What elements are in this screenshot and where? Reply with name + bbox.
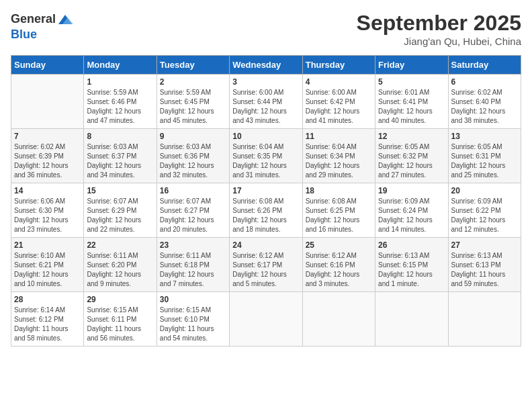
calendar-cell: 20Sunrise: 6:09 AM Sunset: 6:22 PM Dayli… [448,183,521,238]
day-info: Sunrise: 6:15 AM Sunset: 6:10 PM Dayligh… [160,306,226,343]
calendar-cell [302,292,375,347]
day-info: Sunrise: 6:09 AM Sunset: 6:24 PM Dayligh… [378,197,445,234]
day-info: Sunrise: 6:00 AM Sunset: 6:44 PM Dayligh… [232,88,299,126]
day-info: Sunrise: 6:07 AM Sunset: 6:29 PM Dayligh… [87,197,153,234]
day-number: 19 [378,186,445,195]
calendar-cell: 13Sunrise: 6:05 AM Sunset: 6:31 PM Dayli… [448,129,521,183]
day-number: 5 [378,77,445,87]
calendar-cell [375,292,448,347]
calendar-cell: 29Sunrise: 6:15 AM Sunset: 6:11 PM Dayli… [84,292,157,347]
day-info: Sunrise: 6:04 AM Sunset: 6:35 PM Dayligh… [232,142,299,180]
weekday-header-saturday: Saturday [448,56,521,75]
day-info: Sunrise: 6:04 AM Sunset: 6:34 PM Dayligh… [306,142,372,180]
day-number: 12 [378,132,445,141]
day-info: Sunrise: 6:07 AM Sunset: 6:27 PM Dayligh… [160,197,226,234]
day-info: Sunrise: 6:01 AM Sunset: 6:41 PM Dayligh… [378,88,445,126]
day-info: Sunrise: 6:09 AM Sunset: 6:22 PM Dayligh… [451,197,518,234]
day-number: 9 [160,132,226,141]
calendar-week-row: 21Sunrise: 6:10 AM Sunset: 6:21 PM Dayli… [11,238,521,292]
day-number: 11 [306,132,372,141]
calendar-cell: 25Sunrise: 6:12 AM Sunset: 6:16 PM Dayli… [302,238,375,292]
weekday-header-wednesday: Wednesday [230,56,302,75]
calendar-week-row: 28Sunrise: 6:14 AM Sunset: 6:12 PM Dayli… [11,292,521,347]
calendar-cell: 5Sunrise: 6:01 AM Sunset: 6:41 PM Daylig… [375,75,448,129]
logo-general: General [11,13,56,26]
calendar-week-row: 7Sunrise: 6:02 AM Sunset: 6:39 PM Daylig… [11,129,521,183]
day-info: Sunrise: 6:06 AM Sunset: 6:30 PM Dayligh… [14,197,81,234]
calendar-cell: 23Sunrise: 6:11 AM Sunset: 6:18 PM Dayli… [157,238,229,292]
calendar-cell: 7Sunrise: 6:02 AM Sunset: 6:39 PM Daylig… [11,129,84,183]
weekday-header-sunday: Sunday [11,56,84,75]
calendar-cell: 9Sunrise: 6:03 AM Sunset: 6:36 PM Daylig… [157,129,229,183]
day-number: 28 [14,295,81,304]
day-number: 16 [160,186,226,195]
logo: General Blue [11,11,73,42]
calendar-cell: 12Sunrise: 6:05 AM Sunset: 6:32 PM Dayli… [375,129,448,183]
weekday-header-friday: Friday [375,56,448,75]
day-info: Sunrise: 5:59 AM Sunset: 6:45 PM Dayligh… [160,88,226,126]
day-number: 27 [451,240,518,250]
day-number: 21 [14,240,81,250]
calendar-cell: 27Sunrise: 6:13 AM Sunset: 6:13 PM Dayli… [448,238,521,292]
day-number: 13 [451,132,518,141]
day-number: 22 [87,240,153,250]
day-info: Sunrise: 6:02 AM Sunset: 6:39 PM Dayligh… [14,142,81,180]
day-info: Sunrise: 6:14 AM Sunset: 6:12 PM Dayligh… [14,306,81,343]
day-info: Sunrise: 6:11 AM Sunset: 6:18 PM Dayligh… [160,251,226,289]
calendar-cell [230,292,302,347]
day-info: Sunrise: 6:13 AM Sunset: 6:15 PM Dayligh… [378,251,445,289]
day-number: 2 [160,77,226,87]
day-info: Sunrise: 6:03 AM Sunset: 6:36 PM Dayligh… [160,142,226,180]
day-number: 23 [160,240,226,250]
calendar-cell: 28Sunrise: 6:14 AM Sunset: 6:12 PM Dayli… [11,292,84,347]
day-number: 3 [232,77,299,87]
calendar-cell: 11Sunrise: 6:04 AM Sunset: 6:34 PM Dayli… [302,129,375,183]
calendar-cell: 8Sunrise: 6:03 AM Sunset: 6:37 PM Daylig… [84,129,157,183]
calendar-cell: 10Sunrise: 6:04 AM Sunset: 6:35 PM Dayli… [230,129,302,183]
day-number: 15 [87,186,153,195]
logo-text: General Blue [11,11,73,42]
day-info: Sunrise: 6:11 AM Sunset: 6:20 PM Dayligh… [87,251,153,289]
day-info: Sunrise: 6:05 AM Sunset: 6:31 PM Dayligh… [451,142,518,180]
calendar-cell: 6Sunrise: 6:02 AM Sunset: 6:40 PM Daylig… [448,75,521,129]
day-number: 1 [87,77,153,87]
day-number: 29 [87,295,153,304]
day-info: Sunrise: 6:10 AM Sunset: 6:21 PM Dayligh… [14,251,81,289]
logo-blue: Blue [11,28,73,42]
calendar-cell: 30Sunrise: 6:15 AM Sunset: 6:10 PM Dayli… [157,292,229,347]
day-info: Sunrise: 6:15 AM Sunset: 6:11 PM Dayligh… [87,306,153,343]
calendar-cell: 1Sunrise: 5:59 AM Sunset: 6:46 PM Daylig… [84,75,157,129]
day-number: 14 [14,186,81,195]
calendar-cell: 3Sunrise: 6:00 AM Sunset: 6:44 PM Daylig… [230,75,302,129]
calendar-cell: 22Sunrise: 6:11 AM Sunset: 6:20 PM Dayli… [84,238,157,292]
calendar-cell: 4Sunrise: 6:00 AM Sunset: 6:42 PM Daylig… [302,75,375,129]
day-number: 20 [451,186,518,195]
calendar-cell: 17Sunrise: 6:08 AM Sunset: 6:26 PM Dayli… [230,183,302,238]
day-info: Sunrise: 6:02 AM Sunset: 6:40 PM Dayligh… [451,88,518,126]
day-info: Sunrise: 6:08 AM Sunset: 6:26 PM Dayligh… [232,197,299,234]
day-info: Sunrise: 6:03 AM Sunset: 6:37 PM Dayligh… [87,142,153,180]
day-number: 10 [232,132,299,141]
calendar-cell: 18Sunrise: 6:08 AM Sunset: 6:25 PM Dayli… [302,183,375,238]
location-subtitle: Jiang'an Qu, Hubei, China [357,36,521,47]
calendar-week-row: 14Sunrise: 6:06 AM Sunset: 6:30 PM Dayli… [11,183,521,238]
calendar-week-row: 1Sunrise: 5:59 AM Sunset: 6:46 PM Daylig… [11,75,521,129]
day-number: 17 [232,186,299,195]
month-title: September 2025 [357,11,521,36]
day-info: Sunrise: 6:12 AM Sunset: 6:16 PM Dayligh… [306,251,372,289]
day-info: Sunrise: 6:08 AM Sunset: 6:25 PM Dayligh… [306,197,372,234]
weekday-header-thursday: Thursday [302,56,375,75]
day-info: Sunrise: 6:05 AM Sunset: 6:32 PM Dayligh… [378,142,445,180]
calendar-cell [448,292,521,347]
calendar-cell: 26Sunrise: 6:13 AM Sunset: 6:15 PM Dayli… [375,238,448,292]
weekday-header-tuesday: Tuesday [157,56,229,75]
calendar-cell: 21Sunrise: 6:10 AM Sunset: 6:21 PM Dayli… [11,238,84,292]
day-info: Sunrise: 5:59 AM Sunset: 6:46 PM Dayligh… [87,88,153,126]
day-number: 30 [160,295,226,304]
weekday-header-row: SundayMondayTuesdayWednesdayThursdayFrid… [11,56,521,75]
calendar-cell: 16Sunrise: 6:07 AM Sunset: 6:27 PM Dayli… [157,183,229,238]
day-number: 8 [87,132,153,141]
calendar-cell: 14Sunrise: 6:06 AM Sunset: 6:30 PM Dayli… [11,183,84,238]
calendar-cell [11,75,84,129]
weekday-header-monday: Monday [84,56,157,75]
